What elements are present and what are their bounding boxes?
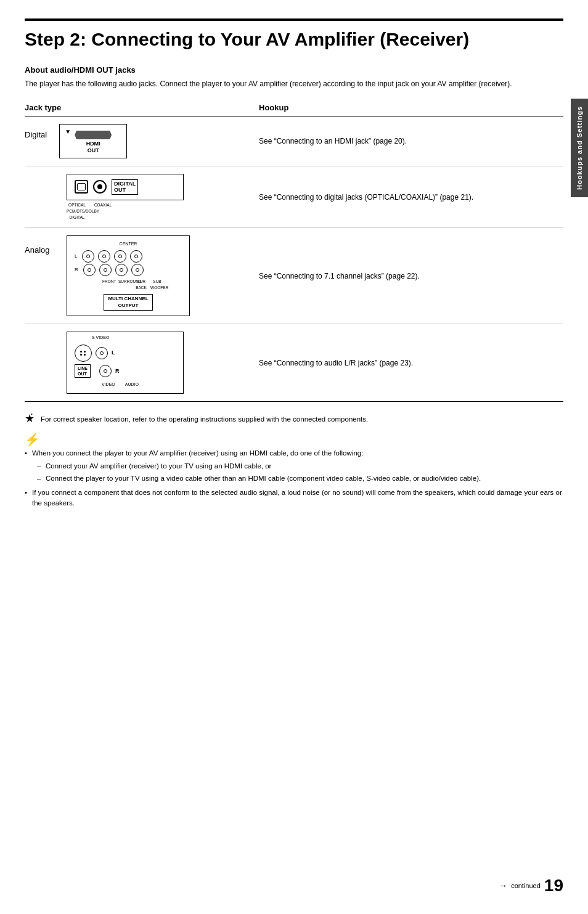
audio-lr-diagram: S VIDEO [67,332,184,394]
note-sub-text-1-2: Connect the player to your TV using a vi… [46,475,481,482]
note-sub-text-1-1: Connect your AV amplifier (receiver) to … [46,462,271,470]
hdmi-arrow-icon: ▼ [65,127,71,136]
note-item-1: When you connect the player to your AV a… [25,448,563,484]
front-label: FRONT [102,279,116,291]
rca-jack-R [99,365,112,377]
note-sub-list-1: Connect your AV amplifier (receiver) to … [37,461,563,484]
rca-jack-L [96,347,108,359]
audio-lr-cell: S VIDEO [25,324,259,402]
coaxial-jack-shape [93,180,107,194]
audio-top-row: L [75,345,115,362]
ch-jack-1 [82,250,94,263]
hdmi-diagram: ▼ HDMIOUT [59,124,127,158]
audio-lr-hookup-text: See “Connecting to audio L/R jacks” (pag… [259,324,563,402]
tip-section: ★̇ For correct speaker location, refer t… [25,414,563,425]
jack-type-digital: Digital [25,124,47,141]
side-tab-label: Hookups and Settings [576,106,583,190]
svideo-jack-shape [75,345,92,362]
digital-out-label: DIGITALOUT [112,179,138,195]
jack-type-analog: Analog [25,235,54,256]
audio-label: AUDIO [125,382,139,388]
digital-label-cell: Digital ▼ HDMIOUT [25,116,259,166]
jack-table: Jack type Hookup Digital ▼ HDMIOUT [25,99,563,402]
table-row: DIGITALOUT OPTICALPCM/DTS/DOLBY DIGITAL … [25,166,563,228]
surround-label: SURROUND [118,279,132,291]
optical-coaxial-cell: DIGITALOUT OPTICALPCM/DTS/DOLBY DIGITAL … [25,166,259,228]
multi-row-bottom: R [75,264,182,276]
multi-hookup-label: See “Connecting to 7.1 channel jacks” (p… [259,272,420,280]
right-label: R [75,266,78,274]
line-out-badge: LINEOUT [75,364,91,378]
ch-jack-3 [114,250,126,263]
R-label: R [115,367,120,376]
coaxial-label: COAXIAL [92,202,113,220]
page-footer: → continued 19 [499,876,563,896]
ch-jack-5 [83,264,96,276]
note-icon: ⚡ [25,433,563,446]
hdmi-label: HDMIOUT [86,141,100,154]
table-row: S VIDEO [25,324,563,402]
L-label: L [112,349,115,357]
optical-coaxial-diagram: DIGITALOUT [67,174,184,201]
optical-label: OPTICALPCM/DTS/DOLBY DIGITAL [67,202,88,220]
note-item-2-text: If you connect a component that does not… [32,489,562,507]
table-row: Analog CENTER L [25,228,563,324]
note-sub-item-1-1: Connect your AV amplifier (receiver) to … [37,461,563,471]
note-item-1-text: When you connect the player to your AV a… [32,449,363,457]
side-tab: Hookups and Settings [571,99,588,197]
table-row: Digital ▼ HDMIOUT See “Connecting to an … [25,116,563,166]
optical-hookup-label: See “Connecting to digital jacks (OPTICA… [259,193,473,202]
left-label: L [75,253,77,260]
note-list: When you connect the player to your AV a… [25,448,563,508]
page-number: 19 [544,876,563,896]
note-section: ⚡ When you connect the player to your AV… [25,433,563,508]
multi-row-top: L [75,250,182,263]
ch-jack-7 [115,264,128,276]
tip-icon: ★̇ [25,413,35,424]
continued-label: continued [511,882,541,889]
ch-jack-2 [98,250,110,263]
tip-text: For correct speaker location, refer to t… [41,414,368,425]
ch-jack-6 [99,264,112,276]
video-label: VIDEO [102,382,115,388]
note-item-2: If you connect a component that does not… [25,488,563,509]
multi-channel-badge: MULTI CHANNELOUTPUT [104,294,152,311]
center-ch-label: CENTER [120,241,137,248]
optical-jack-shape [75,180,88,194]
hdmi-hookup-text: See “Connecting to an HDMI jack” (page 2… [259,116,563,166]
section-heading: About audio/HDMI OUT jacks [25,65,563,75]
optical-hookup-text: See “Connecting to digital jacks (OPTICA… [259,166,563,228]
page-container: Hookups and Settings Step 2: Connecting … [0,0,588,914]
svideo-text: S VIDEO [92,335,109,341]
hdmi-connector-shape [75,131,112,139]
audio-lr-hookup-label: See “Connecting to audio L/R jacks” (pag… [259,359,413,367]
subwoofer-label: SUB WOOFER [150,279,164,291]
multi-hookup-text: See “Connecting to 7.1 channel jacks” (p… [259,228,563,324]
ch-jack-8 [131,264,144,276]
surback-label: SUR BACK [134,279,148,291]
hdmi-hookup-label: See “Connecting to an HDMI jack” (page 2… [259,137,407,145]
note-sub-item-1-2: Connect the player to your TV using a vi… [37,473,563,484]
ch-jack-4 [130,250,142,263]
audio-bottom-row: LINEOUT R [75,364,119,378]
analog-multi-cell: Analog CENTER L [25,228,259,324]
page-title: Step 2: Connecting to Your AV Amplifier … [25,18,563,51]
continued-arrow-icon: → [499,881,507,891]
col-hookup: Hookup [259,99,563,116]
col-jack-type: Jack type [25,99,259,116]
section-intro: The player has the following audio jacks… [25,78,563,89]
multi-channel-diagram: CENTER L R [67,235,190,316]
